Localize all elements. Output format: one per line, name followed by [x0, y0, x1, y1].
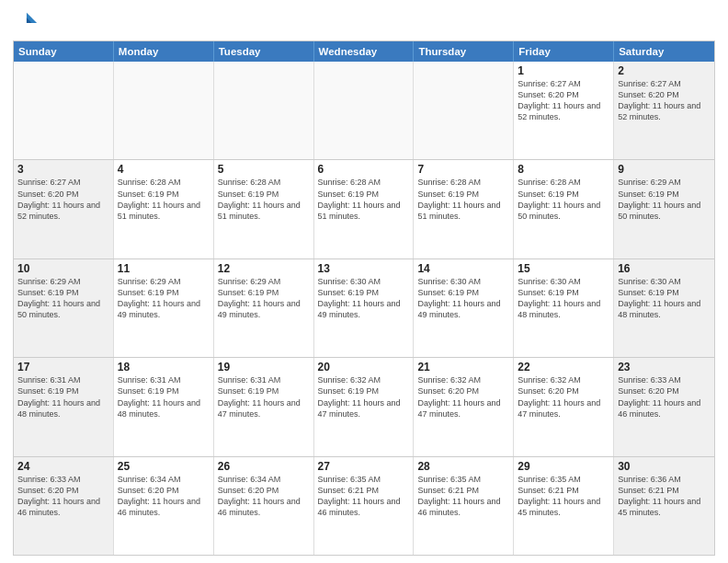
day-info: Sunrise: 6:32 AM Sunset: 6:20 PM Dayligh…: [417, 374, 509, 419]
day-info: Sunrise: 6:36 AM Sunset: 6:21 PM Dayligh…: [618, 474, 711, 519]
day-number: 19: [218, 361, 310, 373]
day-number: 14: [417, 262, 509, 275]
week-4: 17Sunrise: 6:31 AM Sunset: 6:19 PM Dayli…: [14, 357, 714, 455]
day-info: Sunrise: 6:29 AM Sunset: 6:19 PM Dayligh…: [118, 276, 210, 321]
day-number: 15: [518, 262, 609, 275]
day-number: 12: [218, 262, 310, 275]
day-info: Sunrise: 6:30 AM Sunset: 6:19 PM Dayligh…: [417, 276, 509, 321]
day-info: Sunrise: 6:35 AM Sunset: 6:21 PM Dayligh…: [417, 474, 509, 519]
week-2: 3Sunrise: 6:27 AM Sunset: 6:20 PM Daylig…: [14, 159, 714, 258]
calendar-header: SundayMondayTuesdayWednesdayThursdayFrid…: [14, 41, 714, 62]
day-10: 10Sunrise: 6:29 AM Sunset: 6:19 PM Dayli…: [14, 259, 114, 357]
header-thursday: Thursday: [414, 41, 514, 62]
day-info: Sunrise: 6:30 AM Sunset: 6:19 PM Dayligh…: [518, 276, 609, 321]
day-8: 8Sunrise: 6:28 AM Sunset: 6:19 PM Daylig…: [514, 160, 614, 258]
day-info: Sunrise: 6:32 AM Sunset: 6:20 PM Dayligh…: [518, 374, 609, 419]
day-16: 16Sunrise: 6:30 AM Sunset: 6:19 PM Dayli…: [614, 259, 714, 357]
day-number: 22: [518, 361, 609, 373]
header-tuesday: Tuesday: [214, 41, 314, 62]
day-13: 13Sunrise: 6:30 AM Sunset: 6:19 PM Dayli…: [314, 259, 415, 357]
day-number: 6: [318, 163, 410, 176]
day-number: 21: [417, 361, 509, 373]
day-info: Sunrise: 6:35 AM Sunset: 6:21 PM Dayligh…: [318, 474, 410, 519]
day-info: Sunrise: 6:28 AM Sunset: 6:19 PM Dayligh…: [118, 177, 210, 222]
day-number: 11: [118, 262, 210, 275]
day-number: 8: [518, 163, 609, 176]
day-info: Sunrise: 6:35 AM Sunset: 6:21 PM Dayligh…: [518, 474, 609, 519]
day-info: Sunrise: 6:27 AM Sunset: 6:20 PM Dayligh…: [17, 177, 109, 222]
week-3: 10Sunrise: 6:29 AM Sunset: 6:19 PM Dayli…: [14, 259, 714, 357]
day-30: 30Sunrise: 6:36 AM Sunset: 6:21 PM Dayli…: [614, 457, 714, 555]
day-17: 17Sunrise: 6:31 AM Sunset: 6:19 PM Dayli…: [14, 358, 114, 455]
day-info: Sunrise: 6:29 AM Sunset: 6:19 PM Dayligh…: [618, 177, 711, 222]
day-info: Sunrise: 6:33 AM Sunset: 6:20 PM Dayligh…: [618, 374, 711, 419]
day-number: 27: [318, 460, 410, 473]
day-info: Sunrise: 6:32 AM Sunset: 6:19 PM Dayligh…: [318, 374, 410, 419]
day-info: Sunrise: 6:31 AM Sunset: 6:19 PM Dayligh…: [218, 374, 310, 419]
day-26: 26Sunrise: 6:34 AM Sunset: 6:20 PM Dayli…: [214, 457, 314, 555]
day-info: Sunrise: 6:29 AM Sunset: 6:19 PM Dayligh…: [17, 276, 109, 321]
week-1: 1Sunrise: 6:27 AM Sunset: 6:20 PM Daylig…: [14, 62, 714, 159]
header-wednesday: Wednesday: [314, 41, 415, 62]
day-24: 24Sunrise: 6:33 AM Sunset: 6:20 PM Dayli…: [14, 457, 114, 555]
page-header: [13, 9, 715, 35]
day-number: 28: [417, 460, 509, 473]
day-info: Sunrise: 6:28 AM Sunset: 6:19 PM Dayligh…: [417, 177, 509, 222]
day-info: Sunrise: 6:28 AM Sunset: 6:19 PM Dayligh…: [318, 177, 410, 222]
header-friday: Friday: [514, 41, 614, 62]
day-6: 6Sunrise: 6:28 AM Sunset: 6:19 PM Daylig…: [314, 160, 415, 258]
day-9: 9Sunrise: 6:29 AM Sunset: 6:19 PM Daylig…: [614, 160, 714, 258]
day-number: 20: [318, 361, 410, 373]
day-number: 23: [618, 361, 711, 373]
day-number: 30: [618, 460, 711, 473]
day-15: 15Sunrise: 6:30 AM Sunset: 6:19 PM Dayli…: [514, 259, 614, 357]
logo-icon: [13, 9, 39, 35]
day-number: 3: [17, 163, 109, 176]
day-5: 5Sunrise: 6:28 AM Sunset: 6:19 PM Daylig…: [214, 160, 314, 258]
day-info: Sunrise: 6:27 AM Sunset: 6:20 PM Dayligh…: [618, 78, 711, 123]
calendar-body: 1Sunrise: 6:27 AM Sunset: 6:20 PM Daylig…: [14, 62, 714, 555]
day-number: 18: [118, 361, 210, 373]
day-18: 18Sunrise: 6:31 AM Sunset: 6:19 PM Dayli…: [114, 358, 214, 455]
day-info: Sunrise: 6:34 AM Sunset: 6:20 PM Dayligh…: [118, 474, 210, 519]
day-number: 17: [17, 361, 109, 373]
day-12: 12Sunrise: 6:29 AM Sunset: 6:19 PM Dayli…: [214, 259, 314, 357]
header-sunday: Sunday: [14, 41, 114, 62]
day-number: 29: [518, 460, 609, 473]
day-25: 25Sunrise: 6:34 AM Sunset: 6:20 PM Dayli…: [114, 457, 214, 555]
day-7: 7Sunrise: 6:28 AM Sunset: 6:19 PM Daylig…: [414, 160, 514, 258]
day-29: 29Sunrise: 6:35 AM Sunset: 6:21 PM Dayli…: [514, 457, 614, 555]
empty-cell: [414, 62, 514, 159]
week-5: 24Sunrise: 6:33 AM Sunset: 6:20 PM Dayli…: [14, 456, 714, 555]
day-2: 2Sunrise: 6:27 AM Sunset: 6:20 PM Daylig…: [614, 62, 714, 159]
day-info: Sunrise: 6:33 AM Sunset: 6:20 PM Dayligh…: [17, 474, 109, 519]
day-number: 4: [118, 163, 210, 176]
day-number: 5: [218, 163, 310, 176]
day-19: 19Sunrise: 6:31 AM Sunset: 6:19 PM Dayli…: [214, 358, 314, 455]
day-info: Sunrise: 6:28 AM Sunset: 6:19 PM Dayligh…: [218, 177, 310, 222]
header-saturday: Saturday: [614, 41, 714, 62]
calendar: SundayMondayTuesdayWednesdayThursdayFrid…: [13, 40, 715, 556]
day-number: 16: [618, 262, 711, 275]
day-number: 9: [618, 163, 711, 176]
day-info: Sunrise: 6:27 AM Sunset: 6:20 PM Dayligh…: [518, 78, 609, 123]
day-23: 23Sunrise: 6:33 AM Sunset: 6:20 PM Dayli…: [614, 358, 714, 455]
day-20: 20Sunrise: 6:32 AM Sunset: 6:19 PM Dayli…: [314, 358, 415, 455]
empty-cell: [14, 62, 114, 159]
logo: [13, 9, 42, 35]
day-info: Sunrise: 6:29 AM Sunset: 6:19 PM Dayligh…: [218, 276, 310, 321]
empty-cell: [214, 62, 314, 159]
empty-cell: [314, 62, 415, 159]
day-info: Sunrise: 6:28 AM Sunset: 6:19 PM Dayligh…: [518, 177, 609, 222]
day-number: 1: [518, 64, 609, 77]
day-number: 13: [318, 262, 410, 275]
day-22: 22Sunrise: 6:32 AM Sunset: 6:20 PM Dayli…: [514, 358, 614, 455]
day-number: 10: [17, 262, 109, 275]
day-number: 25: [118, 460, 210, 473]
day-info: Sunrise: 6:34 AM Sunset: 6:20 PM Dayligh…: [218, 474, 310, 519]
day-number: 26: [218, 460, 310, 473]
day-4: 4Sunrise: 6:28 AM Sunset: 6:19 PM Daylig…: [114, 160, 214, 258]
day-number: 24: [17, 460, 109, 473]
day-info: Sunrise: 6:30 AM Sunset: 6:19 PM Dayligh…: [618, 276, 711, 321]
day-info: Sunrise: 6:31 AM Sunset: 6:19 PM Dayligh…: [17, 374, 109, 419]
